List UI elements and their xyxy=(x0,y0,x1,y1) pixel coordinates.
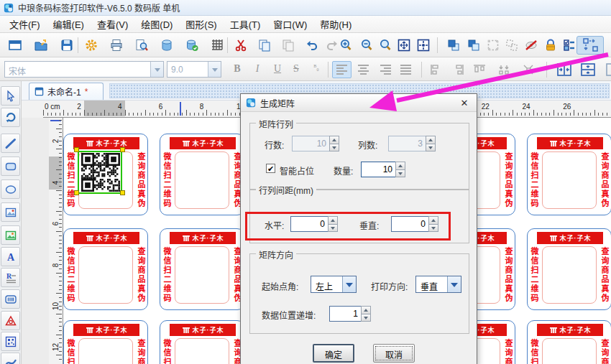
ungroup-button[interactable] xyxy=(502,36,521,55)
database-button[interactable] xyxy=(157,36,176,55)
tool-rounded-rect[interactable] xyxy=(1,157,20,176)
strike-button[interactable]: S xyxy=(288,62,305,78)
tool-shape[interactable] xyxy=(1,311,20,330)
copy-button[interactable] xyxy=(255,36,274,55)
product-label[interactable]: 木子·子木 微信扫二维码 查询商品真伪 xyxy=(527,320,611,364)
align-left-edges-button[interactable] xyxy=(427,61,446,78)
font-name-combo[interactable]: 宋体 xyxy=(4,61,164,78)
rows-spin-down-icon[interactable] xyxy=(330,144,339,151)
menu-item-7[interactable]: 帮助(H) xyxy=(313,15,358,33)
align-right-edges-button[interactable] xyxy=(449,61,467,78)
char-spacing-button[interactable]: ᴮ₀ xyxy=(308,62,325,78)
center-page-button[interactable] xyxy=(604,61,611,78)
center-vertical-button[interactable] xyxy=(579,61,597,78)
product-label[interactable]: 木子·子木 微信扫二维码 查询商品真伪 xyxy=(160,228,244,310)
cols-spinner[interactable]: 3 xyxy=(388,136,436,151)
product-label[interactable]: 木子·子木 微信扫二维码 查询商品真伪 xyxy=(63,320,148,364)
font-size-combo[interactable]: 9.0 xyxy=(167,61,221,78)
selection-handle[interactable] xyxy=(74,147,79,152)
tool-rich-text[interactable]: R xyxy=(1,268,20,287)
tool-line[interactable] xyxy=(1,134,20,153)
smart-fill-checkbox[interactable]: ✔ xyxy=(266,164,275,173)
tool-ellipse[interactable] xyxy=(1,179,20,199)
tool-image[interactable] xyxy=(1,202,20,222)
tool-qrcode[interactable] xyxy=(1,332,20,351)
print-direction-combo[interactable]: 垂直 xyxy=(415,276,461,293)
cols-spin-up-icon[interactable] xyxy=(426,136,435,144)
tool-picture[interactable] xyxy=(1,225,20,245)
qty-spin-up-icon[interactable] xyxy=(396,162,405,169)
settings-button[interactable] xyxy=(82,36,101,55)
bring-forward-button[interactable] xyxy=(444,36,463,55)
rows-spinner[interactable]: 10 xyxy=(292,136,339,151)
product-label[interactable]: 木子·子木 微信扫二维码 查询商品真伪 xyxy=(160,134,244,215)
new-document-button[interactable] xyxy=(6,36,24,55)
font-size-dropdown-icon[interactable] xyxy=(208,62,221,77)
tool-curve[interactable] xyxy=(1,353,20,364)
tool-barcode[interactable] xyxy=(1,289,20,309)
tool-text[interactable]: A xyxy=(1,247,20,266)
align-top-edges-button[interactable] xyxy=(470,61,489,78)
grid-setup-button[interactable] xyxy=(208,36,226,55)
italic-button[interactable]: I xyxy=(249,62,266,78)
menu-item-5[interactable]: 工具(T) xyxy=(224,15,267,33)
save-button[interactable] xyxy=(58,36,76,55)
tool-rotate[interactable] xyxy=(1,108,20,127)
generate-matrix-button[interactable] xyxy=(576,36,604,55)
selection-handle[interactable] xyxy=(120,147,125,152)
increment-spin-up-icon[interactable] xyxy=(362,307,370,314)
zoom-in-button[interactable] xyxy=(336,36,355,55)
font-name-dropdown-icon[interactable] xyxy=(150,62,163,77)
cancel-button[interactable]: 取消 xyxy=(373,344,415,363)
open-file-button[interactable] xyxy=(32,36,50,55)
undo-button[interactable] xyxy=(302,36,321,55)
print-direction-dropdown-icon[interactable] xyxy=(447,276,461,292)
underline-button[interactable]: U xyxy=(269,62,286,78)
ok-button[interactable]: 确定 xyxy=(313,344,354,363)
product-label[interactable]: 木子·子木 微信扫二维码 查询商品真伪 xyxy=(63,134,148,215)
increment-spin-down-icon[interactable] xyxy=(362,314,370,322)
start-corner-combo[interactable]: 左上 xyxy=(311,276,357,293)
lock-object-button[interactable] xyxy=(541,36,560,55)
database-connect-button[interactable] xyxy=(183,36,201,55)
qty-spinner[interactable]: 10 xyxy=(361,162,405,177)
full-view-button[interactable] xyxy=(414,36,433,55)
bold-button[interactable]: B xyxy=(229,62,246,78)
send-backward-button[interactable] xyxy=(464,36,483,55)
dialog-close-button[interactable]: ✕ xyxy=(458,97,471,110)
selection-handle[interactable] xyxy=(120,190,125,195)
menu-item-4[interactable]: 图形(S) xyxy=(179,15,223,33)
align-center-button[interactable] xyxy=(354,61,373,78)
increment-spinner[interactable]: 1 xyxy=(329,306,371,322)
center-horizontal-button[interactable] xyxy=(555,61,574,78)
cut-button[interactable] xyxy=(231,36,250,55)
dialog-title-bar[interactable]: 生成矩阵 ✕ xyxy=(241,94,477,112)
group-button[interactable] xyxy=(484,36,502,55)
align-left-button[interactable] xyxy=(332,61,352,78)
qty-spin-down-icon[interactable] xyxy=(396,169,405,177)
align-justify-button[interactable] xyxy=(397,61,416,78)
product-label[interactable]: 木子·子木 微信扫二维码 查询商品真伪 xyxy=(160,320,244,364)
product-label[interactable]: 木子·子木 微信扫二维码 查询商品真伪 xyxy=(527,228,611,310)
tool-select[interactable] xyxy=(1,86,20,106)
distribute-horizontal-button[interactable] xyxy=(495,61,513,78)
start-corner-dropdown-icon[interactable] xyxy=(342,276,356,292)
menu-item-6[interactable]: 窗口(W) xyxy=(267,15,313,33)
align-right-button[interactable] xyxy=(375,61,395,78)
fit-window-button[interactable] xyxy=(395,36,413,55)
product-label[interactable]: 木子·子木 微信扫二维码 查询商品真伪 xyxy=(63,228,148,310)
distribute-vertical-button[interactable] xyxy=(519,61,538,78)
print-button[interactable] xyxy=(107,36,126,55)
title-bar[interactable]: 中琅条码标签打印软件-V6.5.0 数码版 单机 xyxy=(0,0,611,16)
rows-spin-up-icon[interactable] xyxy=(330,136,339,144)
hide-object-button[interactable] xyxy=(522,36,541,55)
menu-item-0[interactable]: 文件(F) xyxy=(3,15,47,33)
menu-item-2[interactable]: 查看(V) xyxy=(91,15,134,33)
cols-spin-down-icon[interactable] xyxy=(426,144,435,151)
menu-item-1[interactable]: 编辑(E) xyxy=(47,15,91,33)
selection-handle[interactable] xyxy=(74,190,79,195)
zoom-out-button[interactable] xyxy=(357,36,376,55)
paste-button[interactable] xyxy=(279,36,298,55)
document-tab[interactable]: 未命名-1 * xyxy=(29,83,104,100)
print-preview-button[interactable] xyxy=(132,36,151,55)
